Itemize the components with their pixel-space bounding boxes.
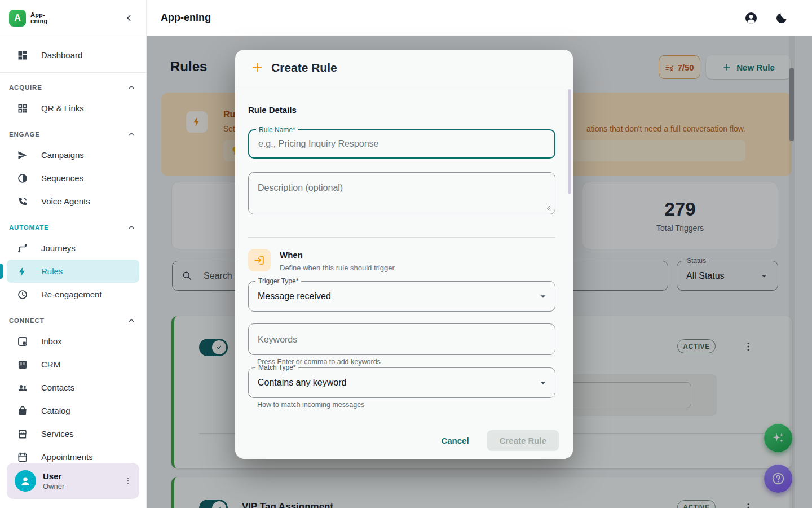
sidebar-item-label: Sequences [41,173,83,183]
match-type-select[interactable]: Match Type* Contains any keyword [248,367,555,398]
sidebar-item-dashboard[interactable]: Dashboard [7,43,139,67]
chevron-up-icon [127,130,136,139]
sidebar-item-re-engagement[interactable]: Re-engagement [7,283,139,306]
sidebar-item-label: Services [41,429,74,439]
dropdown-arrow-icon [537,376,549,389]
sequence-icon [17,173,28,184]
sidebar-item-label: Appointments [41,452,93,462]
sidebar-item-label: Voice Agents [41,196,90,206]
topbar: App-ening [147,0,812,36]
person-icon [19,475,32,487]
trigger-type-value: Message received [258,291,331,301]
kebab-icon [123,476,133,485]
logo-letter: A [14,13,21,23]
chevron-up-icon [127,316,136,325]
user-menu-button[interactable] [122,475,134,487]
app-logo-text: App- ening [30,12,47,24]
sidebar-item-label: Re-engagement [41,290,102,299]
app-screen: A App- ening Dashboard ACQUIRE QR & Link… [0,0,812,508]
create-rule-submit-button[interactable]: Create Rule [487,430,559,451]
sidebar-item-label: Dashboard [41,50,82,60]
sidebar-section-automate[interactable]: AUTOMATE [0,213,146,237]
chevron-up-icon [127,83,136,92]
sidebar-item-label: Contacts [41,383,74,392]
sidebar-section-connect[interactable]: CONNECT [0,306,146,330]
sidebar-section-engage[interactable]: ENGAGE [0,120,146,143]
keywords-label: Keywords [258,335,297,345]
people-icon [17,382,28,393]
chevron-up-icon [127,223,136,232]
inbox-icon [17,336,28,347]
trigger-type-select[interactable]: Trigger Type* Message received [248,281,555,312]
sidebar-item-qr-links[interactable]: QR & Links [7,97,139,120]
sidebar-item-label: Rules [41,266,63,276]
send-icon [17,150,28,161]
phone-icon [17,196,28,207]
topbar-actions [744,11,788,25]
modal-footer: Cancel Create Rule [235,422,573,459]
sidebar: A App- ening Dashboard ACQUIRE QR & Link… [0,0,147,508]
cancel-button[interactable]: Cancel [433,431,476,450]
modal-scrollbar-thumb[interactable] [568,89,571,194]
description-label: Description (optional) [258,183,343,193]
rule-details-heading: Rule Details [248,105,555,115]
sidebar-item-campaigns[interactable]: Campaigns [7,143,139,167]
sidebar-item-sequences[interactable]: Sequences [7,167,139,190]
sidebar-item-label: Inbox [41,336,62,346]
rule-name-input[interactable] [249,130,554,157]
sidebar-collapse-button[interactable] [122,11,136,25]
sidebar-item-journeys[interactable]: Journeys [7,237,139,260]
topbar-title: App-ening [161,12,211,24]
avatar [15,470,36,492]
kanban-icon [17,359,28,370]
rule-name-field[interactable]: Rule Name* [248,129,555,159]
sidebar-item-rules[interactable]: Rules [7,260,139,283]
when-subtitle: Define when this rule should trigger [280,264,395,272]
clock-icon [17,289,28,300]
when-text: When Define when this rule should trigge… [275,249,395,272]
user-role: Owner [43,482,64,491]
sidebar-item-voice-agents[interactable]: Voice Agents [7,190,139,213]
resize-handle-icon[interactable] [545,204,551,211]
modal-header: Create Rule [235,50,573,86]
dark-mode-moon-icon[interactable] [775,11,788,25]
sidebar-item-label: Campaigns [41,150,84,160]
plus-icon [251,62,263,74]
user-card[interactable]: User Owner [7,463,139,499]
when-heading: When [280,250,395,260]
when-section-header: When Define when this rule should trigge… [248,249,555,272]
account-circle-icon[interactable] [744,11,758,25]
match-type-value: Contains any keyword [258,378,346,388]
keywords-field[interactable]: Keywords [248,323,555,355]
lightning-icon [17,266,28,277]
qr-code-icon [17,103,28,114]
shopping-bag-icon [17,405,28,417]
sidebar-section-acquire[interactable]: ACQUIRE [0,73,146,97]
sidebar-item-label: Journeys [41,243,76,253]
sidebar-item-contacts[interactable]: Contacts [7,376,139,399]
trigger-type-label: Trigger Type* [255,277,301,285]
when-icon-box [248,249,271,271]
sidebar-item-label: CRM [41,360,60,369]
modal-body: Rule Details Rule Name* Description (opt… [235,105,573,409]
keywords-helper-text: Press Enter or comma to add keywords [257,358,555,366]
sidebar-item-label: QR & Links [41,103,84,113]
chevron-left-icon [125,14,134,23]
dropdown-arrow-icon [537,290,549,303]
modal-title: Create Rule [271,61,337,75]
trigger-enter-icon [253,254,266,266]
sidebar-item-inbox[interactable]: Inbox [7,330,139,353]
dashboard-icon [17,50,28,61]
description-field[interactable]: Description (optional) [248,172,555,214]
sidebar-item-label: Catalog [41,406,70,415]
user-name: User [43,471,64,481]
sidebar-header: A App- ening [0,0,146,36]
route-icon [17,243,28,254]
create-rule-modal: Create Rule Rule Details Rule Name* Desc… [235,50,573,459]
sidebar-item-catalog[interactable]: Catalog [7,399,139,422]
calendar-icon [17,452,28,463]
sidebar-item-crm[interactable]: CRM [7,353,139,376]
storefront-icon [17,428,28,440]
section-divider [248,237,555,238]
sidebar-item-services[interactable]: Services [7,422,139,445]
